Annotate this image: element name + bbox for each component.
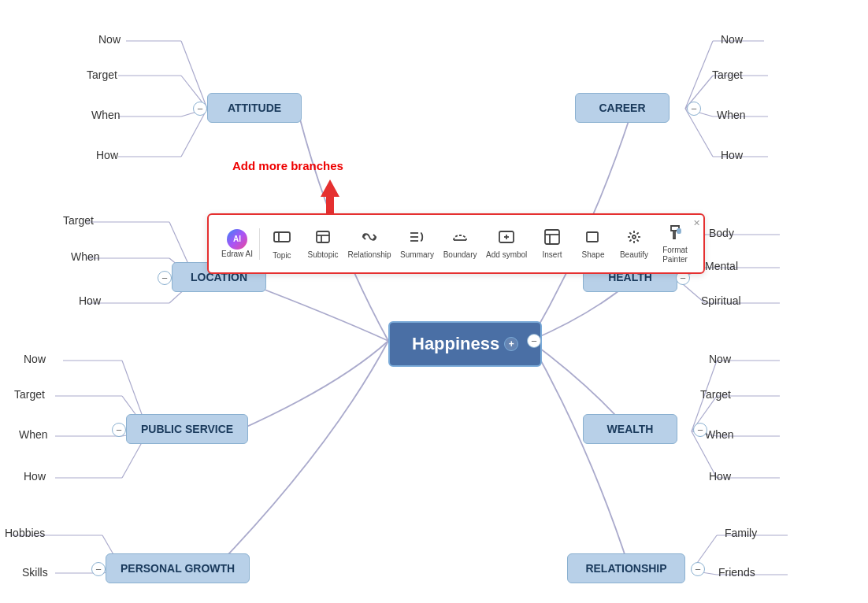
public-leaf-how: How	[24, 470, 46, 483]
toolbar-beautify[interactable]: Beautify	[614, 224, 655, 263]
health-leaf-spiritual: Spiritual	[701, 294, 741, 307]
location-leaf-when: When	[71, 250, 100, 263]
svg-line-76	[637, 232, 639, 234]
toolbar-topic-label: Topic	[273, 251, 291, 261]
career-leaf-now: Now	[721, 33, 743, 46]
health-leaf-body: Body	[709, 227, 734, 239]
branch-career[interactable]: CAREER	[575, 93, 670, 123]
branch-relationship-label: RELATIONSHIP	[585, 562, 666, 575]
svg-line-14	[685, 109, 713, 157]
attitude-minus[interactable]: −	[193, 102, 207, 116]
toolbar-close-button[interactable]: ✕	[693, 218, 700, 228]
branch-public-service-label: PUBLIC SERVICE	[141, 423, 233, 435]
toolbar-topic[interactable]: Topic	[262, 224, 302, 264]
branch-wealth-label: WEALTH	[607, 423, 654, 435]
branch-attitude-label: ATTITUDE	[228, 102, 281, 114]
toolbar-divider-1	[259, 228, 260, 260]
health-leaf-mental: Mental	[705, 260, 738, 272]
svg-rect-53	[274, 232, 290, 242]
location-leaf-target: Target	[63, 214, 94, 227]
wealth-leaf-how: How	[709, 470, 731, 483]
relationship-leaf-friends: Friends	[718, 566, 755, 579]
beautify-icon	[625, 228, 644, 249]
toolbar: AI Edraw AI Topic Subtopic	[207, 213, 705, 274]
attitude-leaf-when: When	[91, 109, 121, 121]
shape-icon	[584, 228, 603, 249]
central-minus-button[interactable]: −	[527, 334, 541, 348]
boundary-icon	[451, 228, 469, 249]
svg-point-69	[632, 235, 636, 239]
location-leaf-how: How	[79, 294, 101, 307]
svg-rect-78	[677, 229, 681, 233]
toolbar-edraw-ai[interactable]: AI Edraw AI	[217, 226, 258, 262]
branch-personal-growth-label: PERSONAL GROWTH	[121, 562, 235, 575]
toolbar-shape[interactable]: Shape	[573, 224, 614, 263]
wealth-leaf-target: Target	[700, 388, 731, 401]
svg-line-8	[685, 41, 713, 109]
branch-relationship[interactable]: RELATIONSHIP	[567, 553, 685, 583]
toolbar-summary-label: Summary	[400, 250, 434, 260]
central-node[interactable]: Happiness +	[388, 321, 542, 367]
career-minus[interactable]: −	[687, 102, 701, 116]
svg-line-75	[637, 240, 639, 242]
subtopic-icon	[313, 228, 332, 249]
svg-marker-52	[321, 179, 339, 214]
toolbar-summary[interactable]: Summary	[395, 224, 439, 263]
location-minus[interactable]: −	[158, 271, 172, 285]
toolbar-subtopic-label: Subtopic	[308, 250, 339, 260]
personal-leaf-skills: Skills	[22, 566, 48, 579]
svg-line-6	[181, 109, 207, 157]
toolbar-format-painter[interactable]: FormatPainter	[655, 220, 696, 268]
wealth-leaf-when: When	[705, 428, 734, 441]
toolbar-boundary-label: Boundary	[443, 250, 477, 260]
summary-icon	[407, 228, 426, 249]
svg-rect-55	[317, 231, 329, 242]
svg-line-0	[181, 41, 207, 109]
svg-line-74	[629, 232, 631, 234]
toolbar-beautify-label: Beautify	[620, 250, 648, 260]
toolbar-add-symbol-label: Add symbol	[486, 250, 527, 260]
public-leaf-now: Now	[24, 353, 46, 365]
toolbar-relationship-label: Relationship	[348, 250, 391, 260]
toolbar-edraw-ai-label: Edraw AI	[221, 250, 253, 259]
career-leaf-how: How	[721, 149, 743, 161]
toolbar-insert[interactable]: Insert	[532, 224, 573, 263]
branch-public-service[interactable]: PUBLIC SERVICE	[126, 414, 248, 444]
add-branches-hint: Add more branches	[232, 159, 343, 172]
central-label: Happiness	[412, 334, 499, 354]
edraw-ai-icon: AI	[227, 229, 247, 250]
career-leaf-when: When	[717, 109, 746, 121]
toolbar-format-painter-label: FormatPainter	[662, 246, 688, 265]
svg-rect-65	[545, 230, 559, 244]
attitude-leaf-now: Now	[98, 33, 121, 46]
svg-rect-68	[587, 232, 598, 242]
public-leaf-target: Target	[14, 388, 45, 401]
attitude-leaf-how: How	[96, 149, 118, 161]
toolbar-relationship[interactable]: Relationship	[343, 224, 395, 263]
career-leaf-target: Target	[712, 68, 743, 81]
branch-wealth[interactable]: WEALTH	[583, 414, 677, 444]
branch-attitude[interactable]: ATTITUDE	[207, 93, 302, 123]
add-branches-arrow	[318, 179, 342, 217]
relationship-icon	[360, 228, 379, 249]
attitude-leaf-target: Target	[87, 68, 117, 81]
personal-minus[interactable]: −	[91, 562, 106, 576]
wealth-leaf-now: Now	[709, 353, 731, 365]
toolbar-insert-label: Insert	[542, 250, 562, 260]
toolbar-boundary[interactable]: Boundary	[439, 224, 482, 263]
relationship-leaf-family: Family	[725, 527, 757, 539]
insert-icon	[543, 228, 562, 249]
public-leaf-when: When	[19, 428, 48, 441]
wealth-minus[interactable]: −	[693, 423, 707, 437]
toolbar-subtopic[interactable]: Subtopic	[302, 224, 343, 263]
branch-personal-growth[interactable]: PERSONAL GROWTH	[106, 553, 250, 583]
svg-line-77	[629, 240, 631, 242]
public-minus[interactable]: −	[112, 423, 126, 437]
personal-leaf-hobbies: Hobbies	[5, 527, 45, 539]
central-plus-button[interactable]: +	[504, 337, 518, 351]
toolbar-add-symbol[interactable]: Add symbol	[481, 224, 532, 263]
relationship-minus[interactable]: −	[691, 562, 705, 576]
topic-icon	[273, 228, 291, 250]
branch-career-label: CAREER	[599, 102, 645, 114]
add-symbol-icon	[497, 228, 516, 249]
